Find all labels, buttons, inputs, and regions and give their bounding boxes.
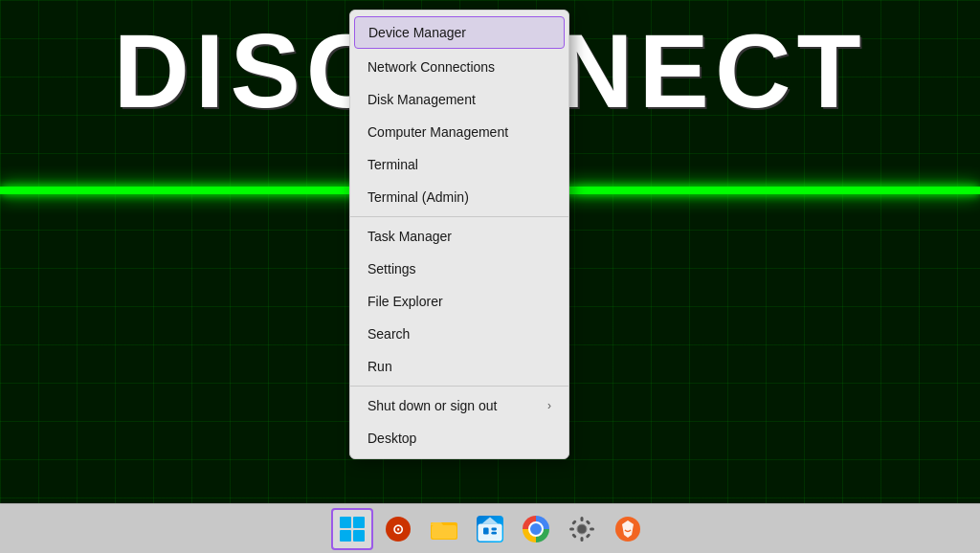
chrome-taskbar-icon[interactable] [515,508,557,550]
svg-marker-4 [482,517,499,523]
svg-rect-2 [432,525,457,539]
menu-separator-1 [350,216,568,217]
start-button[interactable] [331,508,373,550]
svg-point-8 [577,524,587,534]
folder-icon [431,516,457,542]
settings-taskbar-icon[interactable] [561,508,603,550]
svg-rect-10 [581,537,584,542]
menu-item-network-connections[interactable]: Network Connections [350,51,568,83]
brave-icon [614,516,641,542]
menu-item-terminal-admin[interactable]: Terminal (Admin) [350,181,568,213]
file-explorer-taskbar-icon[interactable] [423,508,465,550]
menu-item-task-manager[interactable]: Task Manager [350,220,568,253]
menu-item-settings[interactable]: Settings [350,253,568,285]
svg-rect-11 [569,527,574,530]
svg-rect-6 [491,527,497,530]
svg-rect-13 [571,520,577,525]
taskbar: ⊙ [0,503,980,553]
store-icon-shape [477,516,503,542]
svg-rect-3 [478,523,501,541]
microsoft-store-taskbar-icon[interactable] [469,508,511,550]
brave-taskbar-icon[interactable] [607,508,649,550]
submenu-arrow-icon: › [547,399,551,412]
menu-item-file-explorer[interactable]: File Explorer [350,285,568,318]
menu-separator-2 [350,386,568,387]
svg-rect-5 [483,527,489,534]
menu-item-shut-down[interactable]: Shut down or sign out › [350,389,568,422]
menu-item-computer-management[interactable]: Computer Management [350,116,568,148]
menu-item-run[interactable]: Run [350,350,568,383]
menu-item-search[interactable]: Search [350,318,568,350]
svg-rect-16 [586,533,591,539]
menu-item-disk-management[interactable]: Disk Management [350,83,568,116]
menu-item-desktop[interactable]: Desktop [350,422,568,454]
svg-rect-12 [590,527,594,530]
chrome-icon-shape [523,516,549,542]
svg-rect-9 [581,517,584,521]
gear-icon [568,516,595,542]
windows-logo-icon [340,517,365,542]
disk-tool-logo: ⊙ [386,517,411,542]
disk-tool-icon[interactable]: ⊙ [377,508,419,550]
context-menu: Device Manager Network Connections Disk … [349,10,569,459]
svg-rect-7 [491,531,497,534]
svg-rect-15 [571,533,577,539]
svg-rect-14 [586,520,591,525]
menu-item-device-manager[interactable]: Device Manager [354,16,565,49]
menu-item-terminal[interactable]: Terminal [350,148,568,181]
